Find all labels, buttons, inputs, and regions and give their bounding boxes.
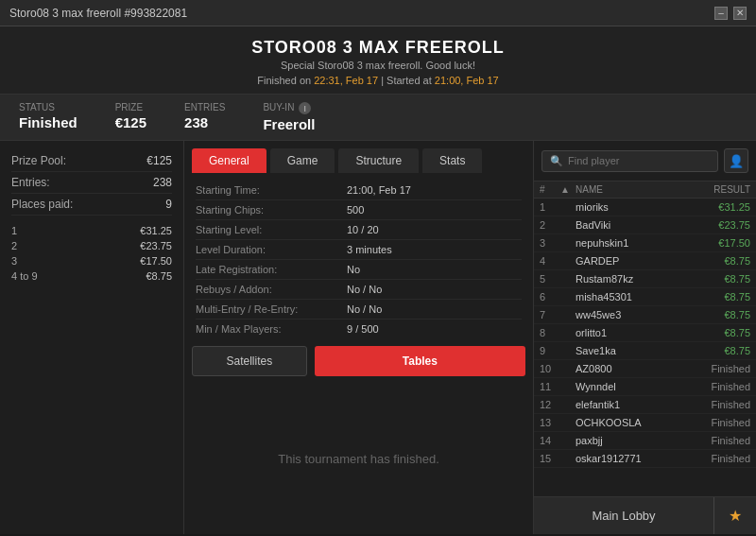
prize-pool-label: Prize Pool: — [11, 154, 66, 167]
player-result: €17.50 — [684, 237, 750, 249]
place-row: 4 to 9€8.75 — [11, 268, 172, 284]
player-result: €8.75 — [684, 345, 750, 356]
prize-pool-value: €125 — [146, 154, 172, 167]
left-panel: Prize Pool: €125 Entries: 238 Places pai… — [0, 141, 184, 534]
entries-label: Entries — [184, 102, 225, 112]
tab-game[interactable]: Game — [270, 148, 335, 173]
player-name: oskar1912771 — [576, 453, 684, 464]
search-icon: 🔍 — [550, 155, 563, 167]
players-list: 1 mioriks €31.25 2 BadViki €23.75 3 nepu… — [534, 199, 756, 496]
tab-stats[interactable]: Stats — [422, 148, 482, 173]
tables-button[interactable]: Tables — [315, 346, 525, 376]
player-name: Wynndel — [576, 381, 684, 392]
player-row[interactable]: 7 ww45we3 €8.75 — [534, 306, 756, 324]
player-row[interactable]: 10 AZ0800 Finished — [534, 360, 756, 378]
prize-pool-row: Prize Pool: €125 — [11, 150, 172, 172]
player-row[interactable]: 3 nepuhskin1 €17.50 — [534, 234, 756, 252]
prize-value: €125 — [115, 114, 146, 130]
player-name: AZ0800 — [576, 363, 684, 374]
right-panel: 🔍 👤 # ▲ Name Result 1 mioriks €31.25 2 B… — [534, 141, 756, 534]
status-item-entries: Entries 238 — [184, 102, 225, 132]
status-item-status: Status Finished — [19, 102, 77, 132]
player-rank: 10 — [540, 363, 560, 374]
player-row[interactable]: 8 orlitto1 €8.75 — [534, 324, 756, 342]
satellites-button[interactable]: Satellites — [192, 346, 307, 376]
player-name: orlitto1 — [576, 327, 684, 338]
player-result: €8.75 — [684, 291, 750, 303]
tab-structure[interactable]: Structure — [338, 148, 419, 173]
add-player-button[interactable]: 👤 — [724, 148, 748, 173]
status-item-prize: Prize €125 — [115, 102, 146, 132]
player-rank: 15 — [540, 453, 560, 464]
player-result: Finished — [684, 453, 750, 464]
tab-bar: GeneralGameStructureStats — [184, 141, 533, 173]
player-rank: 6 — [540, 291, 560, 303]
player-rank: 4 — [540, 255, 560, 267]
status-label: Status — [19, 102, 77, 112]
title-bar: Storo08 3 max freeroll #993822081 – ✕ — [0, 0, 756, 26]
tables-label: Tables — [403, 354, 438, 368]
search-bar: 🔍 👤 — [534, 141, 756, 182]
player-result: Finished — [684, 435, 750, 446]
player-row[interactable]: 15 oskar1912771 Finished — [534, 450, 756, 468]
player-rank: 5 — [540, 273, 560, 285]
info-row: Starting Level:10 / 20 — [196, 220, 522, 240]
tournament-times: Finished on 22:31, Feb 17 | Started at 2… — [0, 75, 756, 86]
favorite-button[interactable]: ★ — [714, 497, 756, 534]
window-title: Storo08 3 max freeroll #993822081 — [9, 7, 187, 20]
player-name: BadViki — [576, 219, 684, 231]
main-content: Prize Pool: €125 Entries: 238 Places pai… — [0, 141, 756, 534]
status-bar: Status Finished Prize €125 Entries 238 B… — [0, 95, 756, 141]
player-row[interactable]: 6 misha45301 €8.75 — [534, 288, 756, 306]
player-row[interactable]: 14 paxbjj Finished — [534, 432, 756, 450]
player-name: mioriks — [576, 201, 684, 213]
player-row[interactable]: 4 GARDEP €8.75 — [534, 252, 756, 270]
info-row: Level Duration:3 minutes — [196, 240, 522, 260]
tournament-header: STORO08 3 MAX FREEROLL Special Storo08 3… — [0, 26, 756, 95]
center-panel: GeneralGameStructureStats Starting Time:… — [184, 141, 534, 534]
header-result: Result — [684, 184, 750, 195]
player-result: Finished — [684, 417, 750, 428]
player-result: €8.75 — [684, 273, 750, 285]
started-label: Started at — [387, 75, 432, 86]
player-rank: 11 — [540, 381, 560, 392]
tab-general[interactable]: General — [192, 148, 266, 173]
player-rank: 14 — [540, 435, 560, 446]
player-result: €8.75 — [684, 309, 750, 320]
status-value: Finished — [19, 114, 77, 130]
entries-value: 238 — [184, 114, 225, 130]
player-row[interactable]: 12 elefantik1 Finished — [534, 396, 756, 414]
player-name: Rustam87kz — [576, 273, 684, 285]
entries-value-left: 238 — [153, 176, 172, 189]
player-name: Save1ka — [576, 345, 684, 356]
buyin-value: Freeroll — [263, 116, 315, 132]
player-rank: 12 — [540, 399, 560, 410]
player-row[interactable]: 13 OCHKOOSLA Finished — [534, 414, 756, 432]
info-row: Rebuys / Addon:No / No — [196, 280, 522, 300]
main-lobby-button[interactable]: Main Lobby — [534, 497, 714, 534]
entries-label-left: Entries: — [11, 176, 50, 189]
player-result: €31.25 — [684, 201, 750, 213]
player-row[interactable]: 5 Rustam87kz €8.75 — [534, 270, 756, 288]
minimize-button[interactable]: – — [714, 7, 728, 20]
info-row: Late Registration:No — [196, 260, 522, 280]
search-input[interactable] — [568, 155, 710, 166]
player-rank: 2 — [540, 219, 560, 231]
close-button[interactable]: ✕ — [733, 7, 747, 20]
bottom-buttons: Satellites Tables — [184, 338, 533, 384]
header-name: Name — [576, 184, 684, 195]
buyin-label: Buy-in i — [263, 102, 315, 114]
footer: Main Lobby ★ — [534, 496, 756, 534]
buyin-info-icon[interactable]: i — [299, 102, 311, 114]
player-row[interactable]: 2 BadViki €23.75 — [534, 216, 756, 234]
player-result: Finished — [684, 363, 750, 374]
player-name: ww45we3 — [576, 309, 684, 320]
player-result: Finished — [684, 381, 750, 392]
info-row: Starting Time:21:00, Feb 17 — [196, 181, 522, 200]
player-row[interactable]: 9 Save1ka €8.75 — [534, 342, 756, 360]
player-result: €23.75 — [684, 219, 750, 231]
player-row[interactable]: 11 Wynndel Finished — [534, 378, 756, 396]
player-row[interactable]: 1 mioriks €31.25 — [534, 199, 756, 216]
player-name: OCHKOOSLA — [576, 417, 684, 428]
status-item-buyin: Buy-in i Freeroll — [263, 102, 315, 132]
